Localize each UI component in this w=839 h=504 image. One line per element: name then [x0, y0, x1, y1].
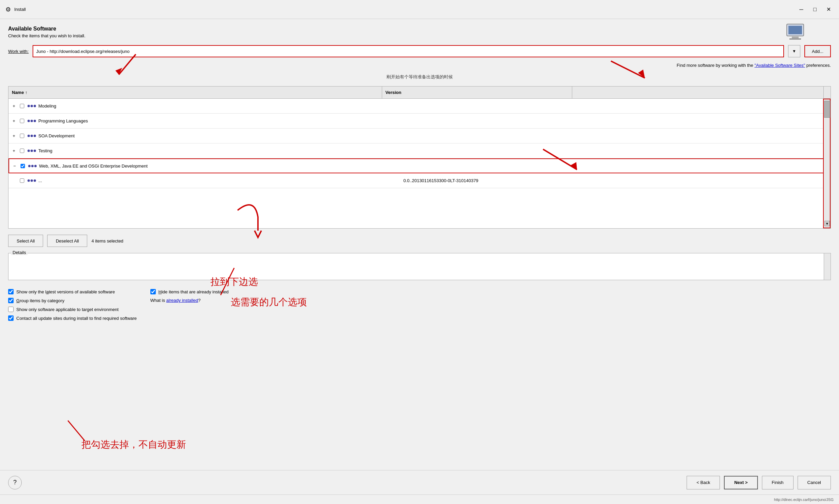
- install-window: ⚙ Install ─ □ ✕ Available Software Check…: [0, 0, 839, 504]
- details-group: Details: [8, 253, 831, 280]
- row-icon: [28, 149, 37, 152]
- table-row[interactable]: +Programming Languages: [8, 114, 831, 128]
- checkbox-target-env[interactable]: Show only software applicable to target …: [8, 307, 137, 312]
- row-icon: [28, 165, 38, 167]
- details-scrollbar[interactable]: [824, 253, 831, 280]
- footer-left: ?: [8, 476, 22, 489]
- row-name: SOA Development: [38, 133, 403, 138]
- footer: ? < Back Next > Finish Cancel: [0, 470, 839, 494]
- row-icon: [28, 105, 37, 107]
- row-expand-button[interactable]: +: [10, 133, 18, 138]
- row-name: Programming Languages: [38, 119, 403, 124]
- select-all-button[interactable]: Select All: [8, 235, 43, 247]
- workwith-row: Work with: ▼ Add...: [8, 45, 831, 57]
- action-row: Select All Deselect All 4 items selected: [8, 235, 831, 247]
- row-version: 0.0..20130116153300-0LT-310140379: [403, 178, 586, 183]
- row-checkbox[interactable]: [18, 119, 26, 123]
- deselect-all-button[interactable]: Deselect All: [47, 235, 87, 247]
- row-expand-button[interactable]: +: [10, 148, 18, 153]
- workwith-input[interactable]: [33, 45, 784, 57]
- table-row[interactable]: +Modeling: [8, 99, 831, 114]
- next-button[interactable]: Next >: [724, 476, 757, 489]
- already-installed-link[interactable]: already installed: [166, 298, 198, 303]
- hint-row: 刚开始有个等待准备出选项的时候: [8, 73, 831, 82]
- checkboxes-section: Show only the latest versions of availab…: [8, 289, 831, 321]
- checkbox-group-by-category[interactable]: Group items by category: [8, 298, 137, 303]
- row-checkbox[interactable]: [18, 133, 26, 138]
- window-title: Install: [14, 7, 26, 12]
- name-column-header: Name ↑: [8, 87, 382, 98]
- table-row[interactable]: ...0.0..20130116153300-0LT-310140379: [8, 173, 831, 188]
- checkbox-contact-update[interactable]: Contact all update sites during install …: [8, 316, 137, 321]
- title-bar-left: ⚙ Install: [5, 6, 26, 13]
- row-checkbox[interactable]: [18, 104, 26, 108]
- checkboxes-col1: Show only the latest versions of availab…: [8, 289, 137, 321]
- row-expand-button[interactable]: +: [10, 119, 18, 124]
- back-button[interactable]: < Back: [687, 476, 720, 489]
- minimize-button[interactable]: ─: [796, 4, 806, 15]
- version-column-header: Version: [382, 87, 573, 98]
- header-subtitle: Check the items that you wish to install…: [8, 33, 831, 38]
- scrollbar-track[interactable]: ▼: [823, 99, 831, 228]
- details-label: Details: [11, 250, 28, 255]
- row-name: Testing: [38, 148, 403, 153]
- available-sites-link[interactable]: "Available Software Sites": [754, 63, 805, 68]
- workwith-label: Work with:: [8, 49, 29, 54]
- available-software-title: Available Software: [8, 26, 831, 32]
- checkbox-contact-input[interactable]: [8, 316, 14, 321]
- svg-rect-3: [789, 38, 801, 40]
- svg-rect-2: [792, 37, 799, 38]
- title-bar: ⚙ Install ─ □ ✕: [0, 0, 839, 19]
- checkbox-latest-versions[interactable]: Show only the latest versions of availab…: [8, 289, 137, 294]
- content-area: Available Software Check the items that …: [0, 19, 839, 470]
- table-header: Name ↑ Version: [8, 87, 831, 99]
- svg-rect-1: [788, 26, 802, 34]
- cancel-button[interactable]: Cancel: [798, 476, 831, 489]
- software-table: Name ↑ Version +Modeling+Programming Lan…: [8, 86, 831, 229]
- row-icon: [28, 134, 37, 137]
- add-button[interactable]: Add...: [804, 45, 831, 57]
- checkbox-hide-installed[interactable]: Hide items that are already installed: [150, 289, 229, 294]
- title-bar-controls: ─ □ ✕: [796, 4, 834, 15]
- selected-count: 4 items selected: [91, 238, 123, 244]
- checkbox-hide-input[interactable]: [150, 289, 156, 294]
- checkbox-group-input[interactable]: [8, 298, 14, 303]
- header-section: Available Software Check the items that …: [8, 26, 831, 38]
- preferences-text: preferences.: [806, 63, 831, 68]
- already-installed-row: What is already installed?: [150, 298, 229, 303]
- table-body[interactable]: +Modeling+Programming Languages+SOA Deve…: [8, 99, 831, 228]
- row-expand-button[interactable]: +: [10, 104, 18, 109]
- scrollbar-thumb[interactable]: [824, 101, 830, 118]
- window-icon: ⚙: [5, 6, 11, 13]
- close-button[interactable]: ✕: [823, 4, 834, 15]
- checkbox-target-input[interactable]: [8, 307, 14, 312]
- table-row[interactable]: +SOA Development: [8, 128, 831, 143]
- help-button[interactable]: ?: [8, 476, 22, 489]
- workwith-dropdown[interactable]: ▼: [788, 45, 800, 57]
- row-icon: [28, 179, 37, 182]
- row-checkbox[interactable]: [18, 148, 26, 153]
- status-text: http://dlnec.eclijn.carf/juno/juno/JSG: [774, 498, 834, 502]
- row-icon: [28, 120, 37, 122]
- extra-column-header: [572, 87, 824, 98]
- checkboxes-col2: Hide items that are already installed Wh…: [150, 289, 229, 321]
- table-row[interactable]: +Testing: [8, 143, 831, 158]
- find-more-text: Find more software by working with the: [677, 63, 753, 68]
- finish-button[interactable]: Finish: [762, 476, 793, 489]
- row-name: ...: [38, 178, 403, 183]
- row-expand-button[interactable]: −: [11, 163, 19, 168]
- row-checkbox[interactable]: [19, 164, 27, 168]
- find-more-row: Find more software by working with the "…: [8, 63, 831, 68]
- maximize-button[interactable]: □: [810, 4, 820, 15]
- table-row[interactable]: −Web, XML, Java EE and OSGi Enterprise D…: [8, 158, 831, 173]
- scroll-down-arrow[interactable]: ▼: [824, 221, 830, 226]
- checkbox-latest-versions-input[interactable]: [8, 289, 14, 294]
- row-name: Modeling: [38, 104, 403, 109]
- footer-right: < Back Next > Finish Cancel: [687, 476, 831, 489]
- computer-icon: [783, 22, 810, 43]
- row-checkbox[interactable]: [18, 178, 26, 183]
- status-bar: http://dlnec.eclijn.carf/juno/juno/JSG: [0, 494, 839, 504]
- row-name: Web, XML, Java EE and OSGi Enterprise De…: [39, 163, 404, 168]
- hint-text: 刚开始有个等待准备出选项的时候: [387, 74, 453, 79]
